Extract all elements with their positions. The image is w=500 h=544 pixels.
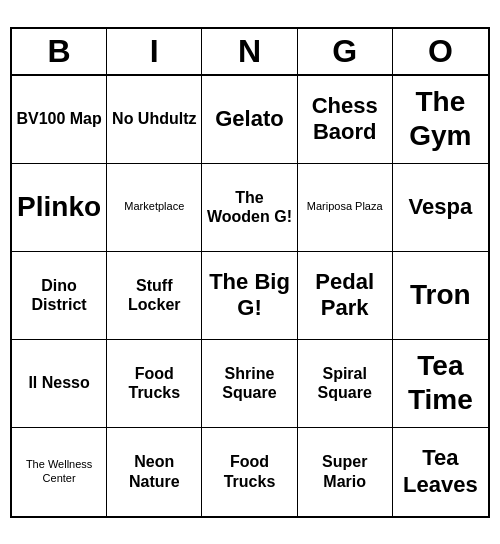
- bingo-cell-21[interactable]: Neon Nature: [107, 428, 202, 516]
- header-b: B: [12, 29, 107, 74]
- bingo-cell-19[interactable]: Tea Time: [393, 340, 488, 428]
- bingo-cell-9[interactable]: Vespa: [393, 164, 488, 252]
- bingo-cell-4[interactable]: The Gym: [393, 76, 488, 164]
- bingo-card: B I N G O BV100 MapNo UhdultzGelatoChess…: [10, 27, 490, 518]
- bingo-cell-1[interactable]: No Uhdultz: [107, 76, 202, 164]
- bingo-cell-24[interactable]: Tea Leaves: [393, 428, 488, 516]
- bingo-cell-2[interactable]: Gelato: [202, 76, 297, 164]
- bingo-cell-23[interactable]: Super Mario: [298, 428, 393, 516]
- bingo-cell-6[interactable]: Marketplace: [107, 164, 202, 252]
- bingo-cell-12[interactable]: The Big G!: [202, 252, 297, 340]
- bingo-cell-15[interactable]: Il Nesso: [12, 340, 107, 428]
- bingo-cell-22[interactable]: Food Trucks: [202, 428, 297, 516]
- bingo-cell-7[interactable]: The Wooden G!: [202, 164, 297, 252]
- bingo-cell-8[interactable]: Mariposa Plaza: [298, 164, 393, 252]
- header-n: N: [202, 29, 297, 74]
- header-i: I: [107, 29, 202, 74]
- bingo-header: B I N G O: [12, 29, 488, 76]
- bingo-cell-14[interactable]: Tron: [393, 252, 488, 340]
- bingo-cell-3[interactable]: Chess Baord: [298, 76, 393, 164]
- bingo-cell-11[interactable]: Stuff Locker: [107, 252, 202, 340]
- bingo-cell-10[interactable]: Dino District: [12, 252, 107, 340]
- bingo-cell-16[interactable]: Food Trucks: [107, 340, 202, 428]
- bingo-cell-18[interactable]: Spiral Square: [298, 340, 393, 428]
- header-g: G: [298, 29, 393, 74]
- bingo-cell-5[interactable]: Plinko: [12, 164, 107, 252]
- bingo-cell-20[interactable]: The Wellness Center: [12, 428, 107, 516]
- bingo-cell-17[interactable]: Shrine Square: [202, 340, 297, 428]
- header-o: O: [393, 29, 488, 74]
- bingo-cell-13[interactable]: Pedal Park: [298, 252, 393, 340]
- bingo-cell-0[interactable]: BV100 Map: [12, 76, 107, 164]
- bingo-grid: BV100 MapNo UhdultzGelatoChess BaordThe …: [12, 76, 488, 516]
